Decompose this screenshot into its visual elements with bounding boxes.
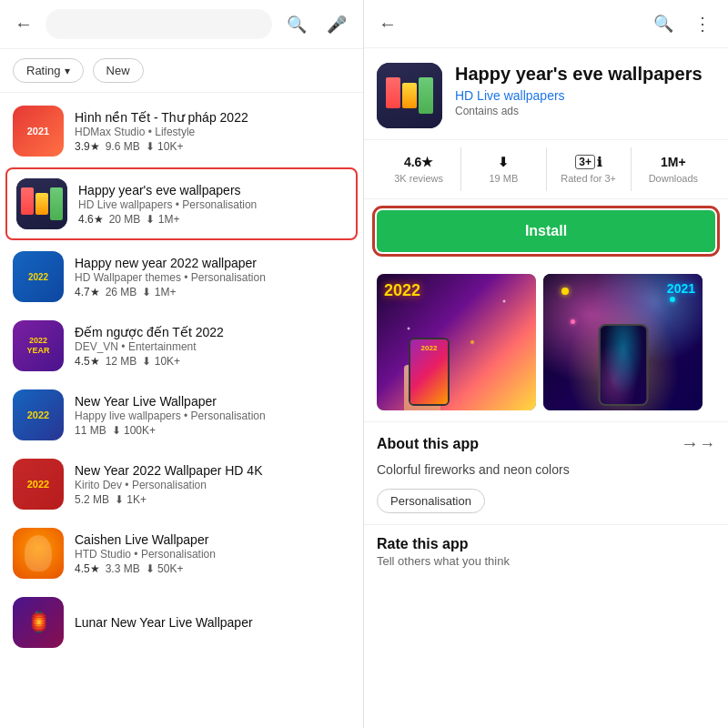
app-name: Happy new year 2022 wallpaper (75, 256, 350, 270)
app-info: Happy new year 2022 wallpaper HD Wallpap… (75, 256, 350, 298)
phone-mockup: 2022 (409, 338, 450, 406)
rating: 4.7★ (75, 286, 100, 298)
category-tag[interactable]: Personalisation (377, 489, 485, 513)
rate-title: Rate this app (377, 536, 715, 552)
app-detail-developer[interactable]: HD Live wallpapers (455, 88, 715, 103)
app-name: Happy year's eve wallpapers (78, 183, 347, 197)
app-sub: HTD Studio • Personalisation (75, 548, 350, 561)
search-input-wrap[interactable]: hinh nền tết (46, 9, 272, 39)
stat-size-icon: ⬇ (498, 155, 509, 169)
stat-rating-label: 3K reviews (394, 173, 443, 184)
app-name: New Year 2022 Wallpaper HD 4K (75, 463, 350, 478)
size: 20 MB (109, 213, 141, 226)
app-icon (13, 528, 64, 579)
rating-filter-chip[interactable]: Rating (13, 58, 84, 83)
app-sub: Happy live wallpapers • Personalisation (75, 410, 350, 422)
downloads: ⬇ 10K+ (146, 140, 184, 153)
downloads: ⬇ 1M+ (142, 286, 176, 298)
screenshot-year-2021: 2021 (667, 281, 695, 296)
app-info: New Year Live Wallpaper Happy live wallp… (75, 394, 350, 437)
rating: 3.9★ (75, 140, 100, 153)
app-name: Caishen Live Wallpaper (75, 532, 350, 547)
new-filter-chip[interactable]: New (93, 58, 144, 83)
list-item-highlighted[interactable]: Happy year's eve wallpapers HD Live wall… (5, 167, 358, 240)
filter-row: Rating New (0, 49, 363, 93)
phone-mockup-2 (598, 324, 648, 406)
list-item[interactable]: 2022 New Year Live Wallpaper Happy live … (0, 380, 363, 450)
app-name: New Year Live Wallpaper (75, 394, 350, 409)
chevron-down-icon (65, 64, 70, 77)
search-bar: hinh nền tết (0, 0, 363, 49)
about-header: About this app → (377, 433, 715, 454)
app-name: Lunar New Year Live Wallpaper (75, 615, 350, 630)
size: 5.2 MB (75, 493, 109, 506)
search-input[interactable]: hinh nền tết (58, 16, 259, 32)
size: 9.6 MB (106, 140, 140, 153)
rate-subtitle: Tell others what you think (377, 554, 715, 568)
list-item[interactable]: Caishen Live Wallpaper HTD Studio • Pers… (0, 519, 363, 588)
right-panel: Happy year's eve wallpapers HD Live wall… (364, 0, 728, 728)
stat-downloads-label: Downloads (649, 173, 698, 184)
downloads: ⬇ 50K+ (146, 562, 184, 575)
list-item[interactable]: 2022 New Year 2022 Wallpaper HD 4K Kirit… (0, 450, 363, 519)
rating: 4.6★ (78, 213, 104, 226)
app-icon-label: 2022 (13, 389, 64, 440)
size: 3.3 MB (106, 562, 140, 575)
app-detail-info: Happy year's eve wallpapers HD Live wall… (455, 63, 715, 117)
app-icon: 2021 (13, 106, 64, 157)
app-icon: 2022 (13, 251, 64, 302)
screenshot-1: 2022 2022 (377, 274, 536, 410)
list-item[interactable]: 2021 Hình nền Tết - Thư pháp 2022 HDMax … (0, 96, 363, 166)
install-button[interactable]: Install (377, 210, 715, 252)
mic-icon[interactable] (321, 11, 352, 38)
downloads: ⬇ 1K+ (115, 493, 147, 506)
app-sub: Kirito Dev • Personalisation (75, 479, 350, 491)
app-meta: 3.9★ 9.6 MB ⬇ 10K+ (75, 140, 350, 153)
app-detail-header: Happy year's eve wallpapers HD Live wall… (364, 48, 728, 139)
about-description: Colorful fireworks and neon colors (377, 461, 715, 480)
about-section: About this app → Colorful fireworks and … (364, 421, 728, 524)
new-filter-label: New (106, 64, 130, 77)
app-sub: HD Live wallpapers • Personalisation (78, 198, 347, 211)
size: 12 MB (106, 355, 137, 368)
right-search-icon[interactable] (648, 10, 679, 37)
size: 11 MB (75, 424, 106, 437)
app-meta: 5.2 MB ⬇ 1K+ (75, 493, 350, 506)
sparkles-decoration (377, 274, 536, 410)
more-options-icon[interactable] (688, 9, 717, 38)
stat-rating: 4.6★ 3K reviews (377, 147, 461, 191)
app-meta: 4.7★ 26 MB ⬇ 1M+ (75, 286, 350, 298)
rating: 4.5★ (75, 562, 100, 575)
downloads: ⬇ 1M+ (146, 213, 179, 226)
age-rating-icon: 3+ (575, 155, 595, 169)
app-info: Caishen Live Wallpaper HTD Studio • Pers… (75, 532, 350, 575)
about-title: About this app (377, 436, 479, 452)
app-detail-ads: Contains ads (455, 105, 715, 117)
app-icon: 2022 (13, 389, 64, 440)
list-item[interactable]: 2022YEAR Đếm ngược đến Tết 2022 DEV_VN •… (0, 311, 363, 380)
app-sub: HDMax Studio • Lifestyle (75, 126, 350, 138)
app-icon-label: 2021 (13, 106, 64, 157)
app-meta: 4.6★ 20 MB ⬇ 1M+ (78, 213, 347, 226)
back-button[interactable] (11, 10, 36, 38)
app-name: Hình nền Tết - Thư pháp 2022 (75, 110, 350, 125)
right-back-button[interactable] (375, 10, 400, 38)
app-info: Lunar New Year Live Wallpaper (75, 615, 350, 630)
left-panel: hinh nền tết Rating New 2021 Hình nền Tế… (0, 0, 364, 728)
stat-rated-value: 3+ ℹ (575, 155, 602, 169)
app-detail-icon (377, 63, 442, 128)
stat-size: ⬇ 19 MB (461, 147, 546, 191)
app-icon-label: 2022 (13, 459, 64, 510)
app-sub: HD Wallpaper themes • Personalisation (75, 271, 350, 284)
app-meta: 4.5★ 3.3 MB ⬇ 50K+ (75, 562, 350, 575)
app-icon: 🏮 (13, 597, 64, 648)
fireworks-decoration-3 (571, 319, 575, 324)
app-icon (16, 178, 67, 229)
search-icon[interactable] (281, 11, 312, 38)
about-arrow-icon[interactable]: → (681, 433, 715, 454)
list-item[interactable]: 🏮 Lunar New Year Live Wallpaper (0, 588, 363, 657)
app-meta: 11 MB ⬇ 100K+ (75, 424, 350, 437)
list-item[interactable]: 2022 Happy new year 2022 wallpaper HD Wa… (0, 242, 363, 311)
fireworks-decoration (561, 288, 569, 295)
app-meta: 4.5★ 12 MB ⬇ 10K+ (75, 355, 350, 368)
